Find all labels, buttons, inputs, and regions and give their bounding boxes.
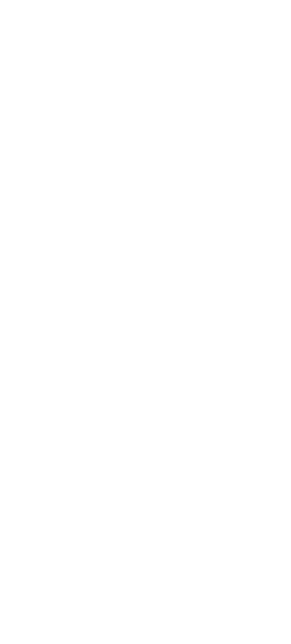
diagram-container (0, 0, 291, 24)
flow-arrows (0, 0, 291, 644)
